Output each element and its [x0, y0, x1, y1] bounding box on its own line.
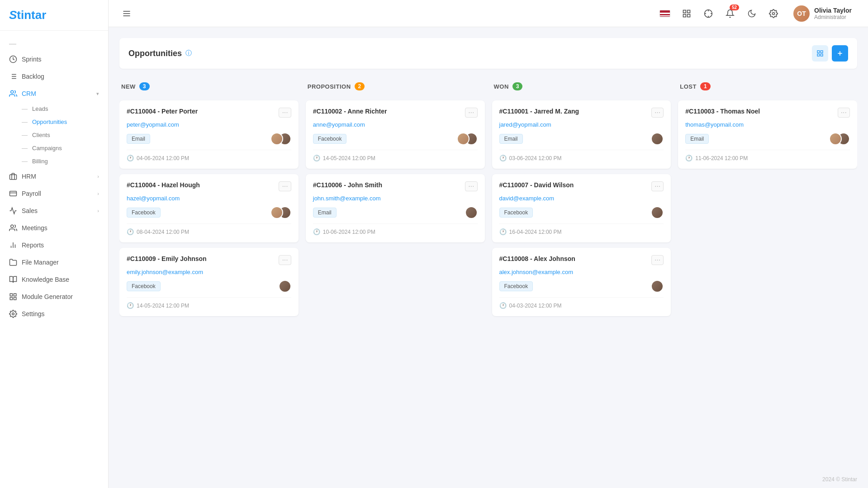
grid-view-button[interactable] [812, 45, 828, 62]
svg-rect-36 [817, 54, 820, 56]
sidebar-item-meetings[interactable]: Meetings [0, 219, 108, 237]
card-menu-button[interactable]: ··· [279, 108, 291, 118]
crm-chevron-icon: ▾ [96, 91, 99, 97]
crosshair-icon[interactable] [701, 6, 716, 21]
card-tag-row: Email [685, 133, 850, 145]
card-tag: Facebook [127, 208, 161, 218]
card-tag: Facebook [127, 281, 161, 291]
sidebar-item-opportunities-label: Opportunities [32, 118, 67, 125]
sidebar-item-settings[interactable]: Settings [0, 305, 108, 322]
card-timestamp: 10-06-2024 12:00 PM [323, 229, 375, 235]
card-time: 🕐 14-05-2024 12:00 PM [313, 150, 478, 161]
sidebar-item-reports[interactable]: Reports [0, 237, 108, 254]
kanban-card[interactable]: #C110002 - Anne Richter ··· anne@yopmail… [306, 100, 485, 169]
payroll-icon [9, 190, 17, 198]
card-avatars [270, 133, 291, 145]
svg-rect-34 [821, 51, 823, 53]
card-header: #C110007 - David Wilson ··· [499, 181, 664, 191]
card-menu-button[interactable]: ··· [651, 181, 664, 191]
user-profile[interactable]: OT Olivia Taylor Administrator [788, 3, 857, 24]
card-timestamp: 03-06-2024 12:00 PM [509, 155, 562, 161]
kanban-card[interactable]: #C110006 - John Smith ··· john.smith@exa… [306, 174, 485, 242]
sidebar-item-sales[interactable]: Sales › [0, 202, 108, 219]
sidebar-item-clients[interactable]: — Clients [0, 128, 108, 142]
notifications-icon[interactable]: 52 [723, 6, 737, 21]
avatar-1 [829, 133, 842, 145]
sidebar-item-leads[interactable]: — Leads [0, 102, 108, 115]
kanban-card[interactable]: #C110007 - David Wilson ··· david@exampl… [492, 174, 671, 242]
flag-icon[interactable] [658, 6, 672, 21]
card-menu-button[interactable]: ··· [465, 108, 477, 118]
card-title: #C110004 - Hazel Hough [127, 181, 200, 189]
card-menu-button[interactable]: ··· [279, 181, 291, 191]
hrm-icon [9, 172, 17, 180]
knowledge-base-icon [9, 275, 17, 284]
dark-mode-icon[interactable] [745, 6, 759, 21]
svg-point-32 [773, 12, 775, 14]
sidebar-item-meetings-label: Meetings [22, 224, 47, 232]
card-time: 🕐 03-06-2024 12:00 PM [499, 150, 664, 161]
col-header: WON 3 [492, 78, 671, 95]
card-header: #C110004 - Peter Porter ··· [127, 108, 291, 118]
sidebar-item-crm[interactable]: CRM ▾ [0, 85, 108, 102]
card-menu-button[interactable]: ··· [651, 255, 664, 265]
card-timestamp: 14-05-2024 12:00 PM [137, 303, 189, 309]
card-tag-row: Facebook [127, 206, 291, 219]
card-tag: Email [685, 134, 709, 144]
sidebar-item-hrm[interactable]: HRM › [0, 168, 108, 185]
menu-toggle-button[interactable] [119, 6, 134, 21]
add-opportunity-button[interactable] [832, 45, 848, 62]
sidebar-item-knowledge-base[interactable]: Knowledge Base [0, 271, 108, 288]
card-header: #C110002 - Anne Richter ··· [313, 108, 478, 118]
card-tag-row: Facebook [313, 133, 478, 145]
svg-rect-8 [10, 175, 17, 180]
kanban-card[interactable]: #C110009 - Emily Johnson ··· emily.johns… [119, 248, 299, 316]
card-email: anne@yopmail.com [313, 121, 478, 128]
sales-chevron-icon: › [97, 208, 99, 213]
card-tag: Facebook [313, 134, 347, 144]
sidebar-item-payroll[interactable]: Payroll › [0, 185, 108, 202]
sidebar-item-sprints[interactable]: Sprints [0, 51, 108, 68]
card-title: #C110002 - Anne Richter [313, 108, 387, 115]
kanban-card[interactable]: #C110004 - Hazel Hough ··· hazel@yopmail… [119, 174, 299, 242]
info-icon[interactable]: ⓘ [185, 49, 192, 57]
card-time: 🕐 04-03-2024 12:00 PM [499, 297, 664, 309]
settings-gear-icon[interactable] [766, 6, 781, 21]
sidebar-item-opportunities[interactable]: — Opportunities [0, 115, 108, 128]
card-menu-button[interactable]: ··· [838, 108, 850, 118]
card-menu-button[interactable]: ··· [465, 181, 477, 191]
kanban-card[interactable]: #C110003 - Thomas Noel ··· thomas@yopmai… [678, 100, 857, 169]
card-menu-button[interactable]: ··· [279, 255, 291, 265]
kanban-col-new: NEW 3 #C110004 - Peter Porter ··· peter@… [119, 78, 299, 322]
card-avatars [829, 133, 850, 145]
svg-rect-16 [14, 294, 16, 296]
col-count: 3 [512, 82, 523, 90]
card-title: #C110006 - John Smith [313, 181, 382, 189]
sidebar-item-campaigns[interactable]: — Campaigns [0, 142, 108, 155]
sidebar-item-billing[interactable]: — Billing [0, 155, 108, 168]
card-time: 🕐 14-05-2024 12:00 PM [127, 297, 291, 309]
card-tag: Email [127, 134, 150, 144]
kanban-card[interactable]: #C110001 - Jarred M. Zang ··· jared@yopm… [492, 100, 671, 169]
sidebar-item-payroll-label: Payroll [22, 190, 41, 197]
page-actions [812, 45, 848, 62]
avatar-1 [457, 133, 470, 145]
svg-rect-35 [821, 54, 823, 56]
svg-rect-26 [683, 14, 686, 17]
card-email: hazel@yopmail.com [127, 195, 291, 202]
card-menu-button[interactable]: ··· [651, 108, 664, 118]
kanban-card[interactable]: #C110008 - Alex Johnson ··· alex.johnson… [492, 248, 671, 316]
card-email: john.smith@example.com [313, 195, 478, 202]
clock-icon: 🕐 [313, 228, 320, 235]
card-timestamp: 08-04-2024 12:00 PM [137, 229, 189, 235]
sidebar-item-backlog[interactable]: Backlog [0, 68, 108, 85]
kanban-card[interactable]: #C110004 - Peter Porter ··· peter@yopmai… [119, 100, 299, 169]
backlog-icon [9, 72, 17, 81]
apps-grid-icon[interactable] [679, 6, 694, 21]
card-tag-row: Facebook [499, 206, 664, 219]
sidebar-item-file-manager[interactable]: File Manager [0, 254, 108, 271]
card-tag-row: Facebook [499, 280, 664, 293]
main-area: 52 OT Olivia Taylor Administrator Opport… [109, 0, 868, 488]
sidebar-item-module-generator[interactable]: Module Generator [0, 288, 108, 305]
card-email: alex.johnson@example.com [499, 269, 664, 275]
